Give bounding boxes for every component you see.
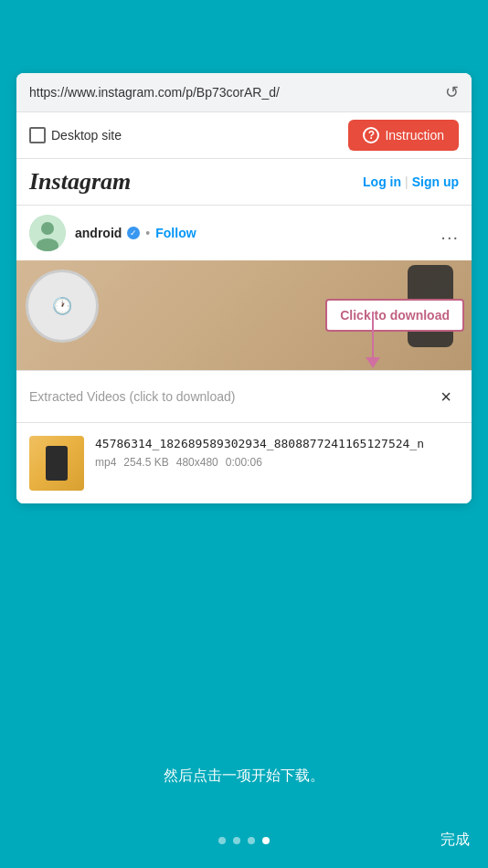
instruction-button[interactable]: ? Instruction xyxy=(348,120,459,151)
instruction-label: Instruction xyxy=(385,128,444,143)
url-bar: https://www.instagram.com/p/Bp73corAR_d/… xyxy=(16,73,472,112)
extracted-header: Extracted Videos (click to download) × xyxy=(16,371,472,423)
arrow-line xyxy=(372,312,374,357)
signup-link[interactable]: Sign up xyxy=(412,175,459,189)
instagram-logo: Instagram xyxy=(29,168,363,196)
video-format: mp4 xyxy=(95,456,116,469)
instagram-header: Instagram Log in | Sign up xyxy=(16,159,472,206)
username: android xyxy=(75,226,122,240)
browser-container: https://www.instagram.com/p/Bp73corAR_d/… xyxy=(16,73,472,503)
avatar xyxy=(29,215,66,251)
post-user-info: android ✓ • Follow xyxy=(75,226,431,240)
url-text: https://www.instagram.com/p/Bp73corAR_d/ xyxy=(29,85,436,100)
separator: • xyxy=(145,226,150,240)
instagram-page: Instagram Log in | Sign up android ✓ • F… xyxy=(16,159,472,503)
post-header: android ✓ • Follow ... xyxy=(16,206,472,260)
instagram-header-links: Log in | Sign up xyxy=(363,175,459,189)
video-resolution: 480x480 xyxy=(176,456,218,469)
help-circle-icon: ? xyxy=(363,127,379,143)
clock-decoration: 🕐 xyxy=(26,270,99,343)
close-button[interactable]: × xyxy=(433,384,459,409)
dots-container xyxy=(169,837,320,844)
checkbox-box xyxy=(29,127,46,143)
more-options-icon[interactable]: ... xyxy=(440,223,459,244)
dot-1[interactable] xyxy=(218,837,226,844)
thumb-phone-shape xyxy=(46,446,68,481)
thumbnail-inner xyxy=(29,436,84,491)
toolbar: Desktop site ? Instruction xyxy=(16,112,472,159)
video-filename: 45786314_182689589302934_880887724116512… xyxy=(95,436,459,452)
video-duration: 0:00:06 xyxy=(226,456,262,469)
extracted-title: Extracted Videos (click to download) xyxy=(29,389,433,404)
video-info: 45786314_182689589302934_880887724116512… xyxy=(95,436,459,469)
follow-button[interactable]: Follow xyxy=(155,226,196,240)
post-image-area: 🕐 Click to download xyxy=(16,260,472,370)
dot-4-active[interactable] xyxy=(262,837,270,844)
divider: | xyxy=(405,175,408,189)
dot-3[interactable] xyxy=(248,837,255,844)
done-button[interactable]: 完成 xyxy=(440,831,470,847)
svg-point-1 xyxy=(41,222,54,235)
arrow-indicator xyxy=(366,312,380,368)
video-item[interactable]: 45786314_182689589302934_880887724116512… xyxy=(16,423,472,503)
verified-badge: ✓ xyxy=(127,227,140,239)
extracted-panel: Extracted Videos (click to download) × 4… xyxy=(16,370,472,503)
video-meta: mp4 254.5 KB 480x480 0:00:06 xyxy=(95,456,459,469)
refresh-icon[interactable]: ↺ xyxy=(445,82,459,102)
login-link[interactable]: Log in xyxy=(363,175,401,189)
click-to-download-button[interactable]: Click to download xyxy=(325,299,464,332)
desktop-site-label: Desktop site xyxy=(51,128,122,143)
dot-2[interactable] xyxy=(233,837,240,844)
bottom-instruction: 然后点击一项开始下载。 xyxy=(0,767,488,786)
video-size: 254.5 KB xyxy=(123,456,168,469)
arrow-head xyxy=(366,357,380,368)
bottom-nav: 完成 xyxy=(0,831,488,850)
desktop-site-checkbox[interactable]: Desktop site xyxy=(29,127,122,143)
instruction-text: 然后点击一项开始下载。 xyxy=(164,767,324,783)
video-thumbnail xyxy=(29,436,84,491)
